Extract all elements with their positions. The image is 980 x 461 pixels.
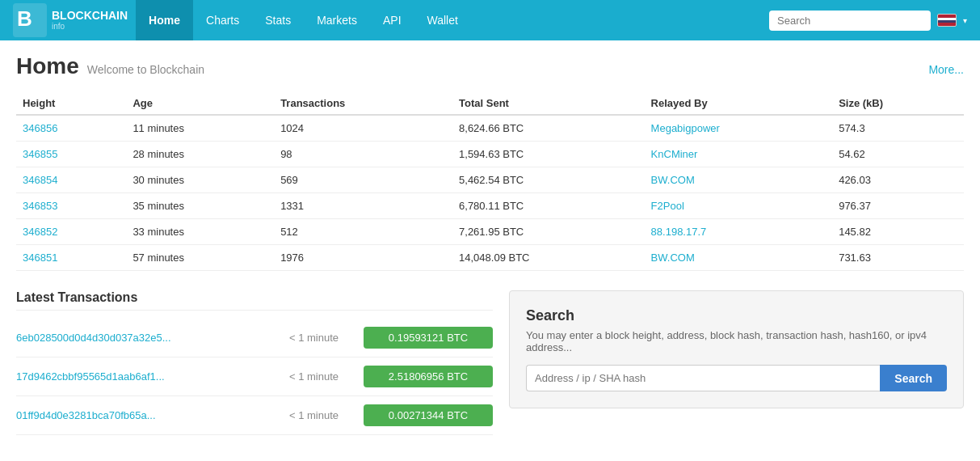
transaction-row: 01ff9d4d0e3281bca70fb65a... < 1 minute 0…: [16, 396, 493, 435]
latest-transactions-title: Latest Transactions: [16, 290, 493, 311]
block-age: 11 minutes: [126, 115, 274, 142]
transaction-list: 6eb028500d0d4d30d037a32e5... < 1 minute …: [16, 319, 493, 435]
blockchain-logo: B: [13, 3, 47, 37]
block-height-link[interactable]: 346856: [23, 122, 57, 134]
page-header-left: Home Welcome to Blockchain: [16, 53, 204, 79]
navbar-search-input[interactable]: [769, 11, 931, 31]
search-address-input[interactable]: [526, 365, 880, 391]
block-relayed-by-link[interactable]: BW.COM: [651, 174, 695, 186]
more-link[interactable]: More...: [928, 63, 964, 76]
page-subtitle: Welcome to Blockchain: [87, 63, 204, 76]
nav-stats[interactable]: Stats: [252, 0, 304, 40]
tx-time: < 1 minute: [289, 370, 354, 383]
svg-text:B: B: [17, 6, 32, 31]
table-row: 346853 35 minutes 1331 6,780.11 BTC F2Po…: [16, 193, 964, 219]
block-size: 574.3: [832, 115, 964, 142]
table-row: 346854 30 minutes 569 5,462.54 BTC BW.CO…: [16, 167, 964, 193]
block-transactions: 98: [274, 142, 452, 167]
table-row: 346851 57 minutes 1976 14,048.09 BTC BW.…: [16, 245, 964, 271]
nav-api[interactable]: API: [370, 0, 414, 40]
table-row: 346855 28 minutes 98 1,594.63 BTC KnCMin…: [16, 142, 964, 167]
block-age: 35 minutes: [126, 193, 274, 219]
tx-amount: 2.51806956 BTC: [364, 366, 493, 387]
tx-hash-link[interactable]: 6eb028500d0d4d30d037a32e5...: [16, 332, 280, 344]
block-age: 28 minutes: [126, 142, 274, 167]
table-row: 346856 11 minutes 1024 8,624.66 BTC Mega…: [16, 115, 964, 142]
block-total-sent: 7,261.95 BTC: [452, 219, 645, 245]
block-total-sent: 1,594.63 BTC: [452, 142, 645, 167]
brand-text: BLOCKCHAIN info: [52, 10, 128, 31]
block-size: 731.63: [832, 245, 964, 271]
nav-wallet[interactable]: Wallet: [414, 0, 471, 40]
block-height-link[interactable]: 346852: [23, 226, 57, 238]
tx-time: < 1 minute: [289, 332, 354, 344]
search-input-row: Search: [526, 365, 947, 391]
nav-charts[interactable]: Charts: [193, 0, 252, 40]
col-transactions: Transactions: [274, 92, 452, 115]
block-height-link[interactable]: 346853: [23, 200, 57, 212]
block-total-sent: 6,780.11 BTC: [452, 193, 645, 219]
block-relayed-by-link[interactable]: F2Pool: [651, 200, 684, 212]
block-age: 30 minutes: [126, 167, 274, 193]
block-height-link[interactable]: 346855: [23, 148, 57, 160]
tx-amount: 0.19593121 BTC: [364, 327, 493, 349]
nav-markets[interactable]: Markets: [304, 0, 370, 40]
block-size: 145.82: [832, 219, 964, 245]
block-transactions: 1976: [274, 245, 452, 271]
tx-hash-link[interactable]: 01ff9d4d0e3281bca70fb65a...: [16, 409, 280, 421]
block-age: 33 minutes: [126, 219, 274, 245]
block-age: 57 minutes: [126, 245, 274, 271]
brand[interactable]: B BLOCKCHAIN info: [13, 3, 128, 37]
block-relayed-by-link[interactable]: KnCMiner: [651, 148, 698, 160]
bottom-section: Latest Transactions 6eb028500d0d4d30d037…: [16, 290, 964, 435]
search-panel: Search You may enter a block height, add…: [509, 290, 964, 408]
nav-home[interactable]: Home: [136, 0, 193, 40]
page-header: Home Welcome to Blockchain More...: [16, 53, 964, 79]
block-total-sent: 14,048.09 BTC: [452, 245, 645, 271]
block-height-link[interactable]: 346851: [23, 252, 57, 264]
block-transactions: 569: [274, 167, 452, 193]
blocks-table: Height Age Transactions Total Sent Relay…: [16, 92, 964, 271]
navbar-search-area: ▾: [769, 11, 967, 31]
main-content: Home Welcome to Blockchain More... Heigh…: [0, 40, 980, 448]
language-dropdown-icon[interactable]: ▾: [963, 16, 967, 25]
block-height-link[interactable]: 346854: [23, 174, 57, 186]
block-transactions: 1331: [274, 193, 452, 219]
col-size: Size (kB): [832, 92, 964, 115]
block-relayed-by-link[interactable]: 88.198.17.7: [651, 226, 707, 238]
main-nav: Home Charts Stats Markets API Wallet: [136, 0, 769, 40]
search-panel-title: Search: [526, 307, 947, 324]
transaction-row: 17d9462cbbf95565d1aab6af1... < 1 minute …: [16, 357, 493, 396]
col-age: Age: [126, 92, 274, 115]
tx-hash-link[interactable]: 17d9462cbbf95565d1aab6af1...: [16, 370, 280, 383]
col-height: Height: [16, 92, 126, 115]
block-size: 976.37: [832, 193, 964, 219]
latest-transactions: Latest Transactions 6eb028500d0d4d30d037…: [16, 290, 493, 435]
block-total-sent: 8,624.66 BTC: [452, 115, 645, 142]
search-button[interactable]: Search: [880, 365, 947, 391]
transaction-row: 6eb028500d0d4d30d037a32e5... < 1 minute …: [16, 319, 493, 357]
col-total-sent: Total Sent: [452, 92, 645, 115]
table-row: 346852 33 minutes 512 7,261.95 BTC 88.19…: [16, 219, 964, 245]
block-relayed-by-link[interactable]: Megabigpower: [651, 122, 720, 134]
navbar: B BLOCKCHAIN info Home Charts Stats Mark…: [0, 0, 980, 40]
block-size: 426.03: [832, 167, 964, 193]
tx-time: < 1 minute: [289, 409, 354, 421]
search-panel-description: You may enter a block height, address, b…: [526, 329, 947, 353]
tx-amount: 0.00271344 BTC: [364, 404, 493, 426]
block-total-sent: 5,462.54 BTC: [452, 167, 645, 193]
page-title: Home: [16, 53, 79, 79]
block-relayed-by-link[interactable]: BW.COM: [651, 252, 695, 264]
block-size: 54.62: [832, 142, 964, 167]
language-flag-icon[interactable]: [937, 14, 957, 27]
block-transactions: 1024: [274, 115, 452, 142]
col-relayed-by: Relayed By: [645, 92, 833, 115]
block-transactions: 512: [274, 219, 452, 245]
